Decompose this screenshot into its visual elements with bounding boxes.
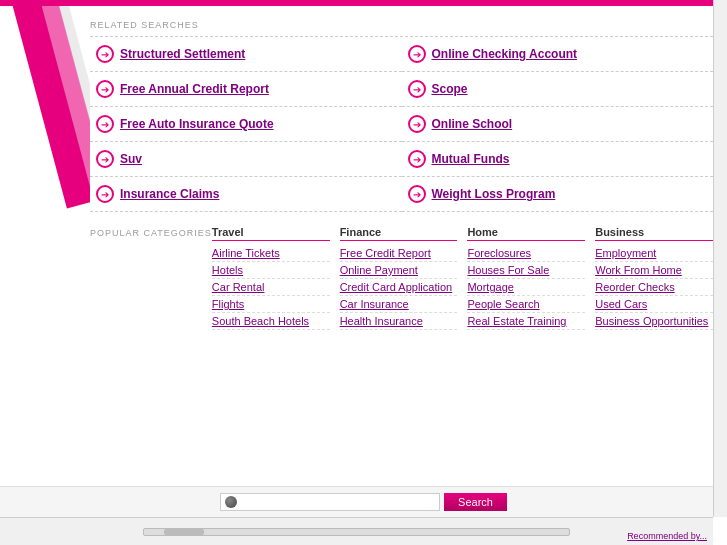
search-link[interactable]: Structured Settlement — [120, 47, 245, 61]
popular-categories-label: POPULAR CATEGORIES — [90, 226, 212, 330]
bottom-search-bar: Search — [0, 486, 727, 517]
search-link[interactable]: Suv — [120, 152, 142, 166]
search-item: ➔ Online School — [402, 107, 714, 142]
category-column: BusinessEmploymentWork From HomeReorder … — [595, 226, 713, 330]
category-link[interactable]: Flights — [212, 296, 330, 313]
search-button[interactable]: Search — [444, 493, 507, 511]
category-link[interactable]: Airline Tickets — [212, 245, 330, 262]
arrow-icon: ➔ — [408, 115, 426, 133]
logo-area — [0, 6, 90, 266]
search-link[interactable]: Free Auto Insurance Quote — [120, 117, 274, 131]
categories-grid: TravelAirline TicketsHotelsCar RentalFli… — [212, 226, 713, 330]
category-column: TravelAirline TicketsHotelsCar RentalFli… — [212, 226, 330, 330]
category-title: Finance — [340, 226, 458, 241]
category-link[interactable]: Houses For Sale — [467, 262, 585, 279]
search-item: ➔ Scope — [402, 72, 714, 107]
category-column: HomeForeclosuresHouses For SaleMortgageP… — [467, 226, 585, 330]
arrow-icon: ➔ — [408, 185, 426, 203]
category-link[interactable]: Hotels — [212, 262, 330, 279]
related-searches-label: RELATED SEARCHES — [90, 12, 713, 36]
category-link[interactable]: Health Insurance — [340, 313, 458, 330]
search-item: ➔ Mutual Funds — [402, 142, 714, 177]
arrow-icon: ➔ — [408, 45, 426, 63]
scrollbar-bottom[interactable] — [0, 517, 713, 545]
category-link[interactable]: Business Opportunities — [595, 313, 713, 330]
scroll-track-horizontal — [143, 528, 571, 536]
search-input-wrap — [220, 493, 440, 511]
category-link[interactable]: Mortgage — [467, 279, 585, 296]
category-link[interactable]: Credit Card Application — [340, 279, 458, 296]
search-item: ➔ Online Checking Account — [402, 37, 714, 72]
search-link[interactable]: Weight Loss Program — [432, 187, 556, 201]
category-title: Home — [467, 226, 585, 241]
category-title: Travel — [212, 226, 330, 241]
category-link[interactable]: Work From Home — [595, 262, 713, 279]
search-grid: ➔ Structured Settlement ➔ Online Checkin… — [90, 36, 713, 212]
bottom-right-link[interactable]: Recommended by... — [627, 531, 707, 541]
category-link[interactable]: Online Payment — [340, 262, 458, 279]
arrow-icon: ➔ — [96, 115, 114, 133]
arrow-icon: ➔ — [408, 150, 426, 168]
search-ball-icon — [225, 496, 237, 508]
arrow-icon: ➔ — [96, 80, 114, 98]
search-item: ➔ Weight Loss Program — [402, 177, 714, 212]
search-item: ➔ Suv — [90, 142, 402, 177]
category-link[interactable]: Used Cars — [595, 296, 713, 313]
search-link[interactable]: Scope — [432, 82, 468, 96]
arrow-icon: ➔ — [96, 185, 114, 203]
arrow-icon: ➔ — [408, 80, 426, 98]
popular-section: POPULAR CATEGORIES TravelAirline Tickets… — [90, 222, 713, 330]
search-link[interactable]: Mutual Funds — [432, 152, 510, 166]
category-link[interactable]: Reorder Checks — [595, 279, 713, 296]
arrow-icon: ➔ — [96, 150, 114, 168]
search-item: ➔ Insurance Claims — [90, 177, 402, 212]
category-link[interactable]: Car Rental — [212, 279, 330, 296]
category-title: Business — [595, 226, 713, 241]
main-content: RELATED SEARCHES ➔ Structured Settlement… — [90, 6, 713, 330]
scrollbar-right[interactable] — [713, 0, 727, 517]
search-item: ➔ Free Auto Insurance Quote — [90, 107, 402, 142]
search-input[interactable] — [241, 496, 401, 508]
category-link[interactable]: Foreclosures — [467, 245, 585, 262]
logo-stripe — [0, 6, 90, 266]
search-link[interactable]: Online School — [432, 117, 513, 131]
category-link[interactable]: Free Credit Report — [340, 245, 458, 262]
category-column: FinanceFree Credit ReportOnline PaymentC… — [340, 226, 458, 330]
search-link[interactable]: Online Checking Account — [432, 47, 578, 61]
category-link[interactable]: South Beach Hotels — [212, 313, 330, 330]
search-link[interactable]: Insurance Claims — [120, 187, 219, 201]
scroll-thumb-horizontal[interactable] — [164, 529, 204, 535]
arrow-icon: ➔ — [96, 45, 114, 63]
category-link[interactable]: Car Insurance — [340, 296, 458, 313]
category-link[interactable]: People Search — [467, 296, 585, 313]
category-link[interactable]: Real Estate Training — [467, 313, 585, 330]
search-item: ➔ Free Annual Credit Report — [90, 72, 402, 107]
search-item: ➔ Structured Settlement — [90, 37, 402, 72]
category-link[interactable]: Employment — [595, 245, 713, 262]
search-link[interactable]: Free Annual Credit Report — [120, 82, 269, 96]
